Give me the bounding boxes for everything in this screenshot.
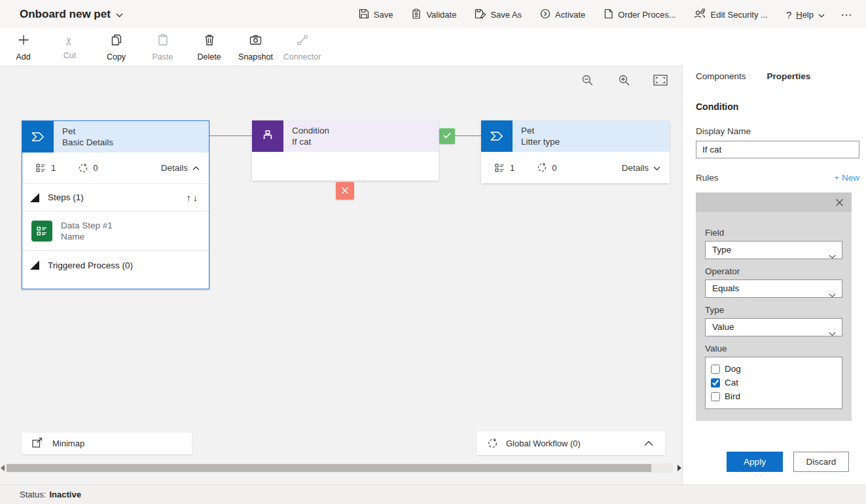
zoom-out-button[interactable] <box>579 72 596 88</box>
details-label: Details <box>161 163 188 173</box>
order-process-button[interactable]: Order Proces... <box>597 5 682 25</box>
reorder-arrows[interactable]: ↑↓ <box>187 192 200 203</box>
details-toggle[interactable]: Details <box>622 163 660 173</box>
minimap-toggle[interactable]: Minimap <box>22 433 192 454</box>
snapshot-icon <box>249 33 262 49</box>
dog-label: Dog <box>725 364 741 374</box>
chevron-down-icon <box>653 163 660 173</box>
save-as-label: Save As <box>490 10 522 20</box>
stage-counts-row: 1 0 Details <box>22 153 209 184</box>
status-label: Status: <box>20 490 46 499</box>
order-process-icon <box>604 9 613 21</box>
minimap-icon <box>22 437 52 450</box>
zoom-in-button[interactable] <box>615 72 632 88</box>
value-options-list: Dog Cat Bird <box>705 357 842 409</box>
process-title-menu[interactable]: Onboard new pet <box>20 8 123 21</box>
condition-type-label: Condition <box>292 125 439 136</box>
dog-checkbox[interactable] <box>711 365 720 374</box>
save-label: Save <box>374 10 393 20</box>
steps-count: 1 <box>510 163 514 173</box>
steps-count-icon <box>35 162 46 173</box>
data-step-item[interactable]: Data Step #1 Name <box>22 211 209 251</box>
snapshot-label: Snapshot <box>238 52 273 62</box>
delete-label: Delete <box>197 52 221 62</box>
condition-node[interactable]: Condition If cat <box>252 120 439 181</box>
close-rule-button[interactable] <box>833 196 846 209</box>
stage-entity: Pet <box>62 126 209 137</box>
data-step-field: Name <box>61 231 113 242</box>
value-option-cat[interactable]: Cat <box>711 376 837 389</box>
condition-title: Condition If cat <box>283 120 439 152</box>
add-label: Add <box>16 52 30 62</box>
fit-to-canvas-button[interactable] <box>652 72 669 88</box>
copy-icon <box>110 33 123 49</box>
cat-checkbox[interactable] <box>711 378 720 387</box>
condition-true-badge[interactable] <box>439 128 455 144</box>
steps-section-header[interactable]: Steps (1) ↑↓ <box>22 184 209 211</box>
command-bar: Onboard new pet Save Validate <box>0 0 866 29</box>
global-workflow-label: Global Workflow (0) <box>506 439 581 448</box>
connector-button[interactable]: Connector <box>279 29 325 65</box>
validate-button[interactable]: Validate <box>405 5 463 25</box>
rule-card: Field Type Operator Equals Type Value <box>696 192 852 421</box>
add-button[interactable]: Add <box>0 29 46 65</box>
delete-button[interactable]: Delete <box>186 29 232 65</box>
properties-panel: Components Properties Condition Display … <box>682 65 866 484</box>
cut-button[interactable]: ✂ Cut <box>46 29 93 65</box>
discard-button[interactable]: Discard <box>793 452 849 472</box>
paste-label: Paste <box>153 52 173 62</box>
edit-security-button[interactable]: Edit Security ... <box>687 5 774 25</box>
triggered-header-label: Triggered Process (0) <box>48 261 133 270</box>
chevron-down-icon <box>829 248 836 265</box>
rules-label: Rules <box>696 173 719 183</box>
status-badge: Inactive <box>49 490 81 499</box>
tab-components[interactable]: Components <box>696 70 746 82</box>
more-commands-button[interactable]: … <box>837 5 859 24</box>
stage-basic-details[interactable]: Pet Basic Details 1 0 Details <box>22 120 209 289</box>
process-count: 0 <box>93 163 98 173</box>
data-step-text: Data Step #1 Name <box>61 220 113 242</box>
value-option-dog[interactable]: Dog <box>711 362 837 376</box>
global-workflow-toggle[interactable]: Global Workflow (0) <box>477 431 665 455</box>
operator-select[interactable]: Equals <box>705 279 842 298</box>
global-workflow-icon <box>487 438 498 449</box>
display-name-input[interactable] <box>696 141 859 158</box>
flow-canvas[interactable]: Pet Basic Details 1 0 Details <box>0 65 682 484</box>
field-select[interactable]: Type <box>705 241 842 259</box>
delete-icon <box>203 33 216 49</box>
scrollbar-thumb[interactable] <box>7 464 651 472</box>
activate-button[interactable]: Activate <box>533 5 592 25</box>
scroll-right-button[interactable] <box>677 465 682 471</box>
help-icon: ? <box>786 9 791 20</box>
steps-count: 1 <box>51 163 56 173</box>
snapshot-button[interactable]: Snapshot <box>232 29 279 65</box>
scroll-left-button[interactable] <box>0 465 5 471</box>
edit-security-icon <box>694 9 706 21</box>
copy-button[interactable]: Copy <box>93 29 139 65</box>
value-label: Value <box>705 344 842 353</box>
bird-checkbox[interactable] <box>711 392 720 401</box>
status-bar: Status: Inactive <box>0 484 866 504</box>
condition-false-badge[interactable] <box>336 182 354 200</box>
chevron-down-icon <box>829 325 836 342</box>
chevron-up-icon <box>644 441 653 446</box>
apply-button[interactable]: Apply <box>727 452 783 472</box>
stage-entity: Pet <box>521 125 670 136</box>
stage-litter-type[interactable]: Pet Litter type 1 0 Details <box>481 120 670 183</box>
details-toggle[interactable]: Details <box>161 163 200 173</box>
data-step-title: Data Step #1 <box>61 220 113 231</box>
triggered-process-header[interactable]: Triggered Process (0) <box>22 251 209 279</box>
tab-properties[interactable]: Properties <box>767 70 811 82</box>
save-button[interactable]: Save <box>352 5 400 25</box>
steps-count-icon <box>494 162 505 173</box>
paste-button[interactable]: Paste <box>139 29 186 65</box>
stage-name: Basic Details <box>62 137 209 148</box>
type-select[interactable]: Value <box>705 318 842 336</box>
new-rule-button[interactable]: + New <box>834 173 859 183</box>
stage-icon <box>22 121 54 153</box>
save-as-button[interactable]: Save As <box>468 5 528 25</box>
operator-value: Equals <box>712 283 739 293</box>
value-option-bird[interactable]: Bird <box>711 389 837 403</box>
scrollbar-track[interactable] <box>7 463 673 473</box>
help-button[interactable]: ? Help <box>780 5 831 24</box>
